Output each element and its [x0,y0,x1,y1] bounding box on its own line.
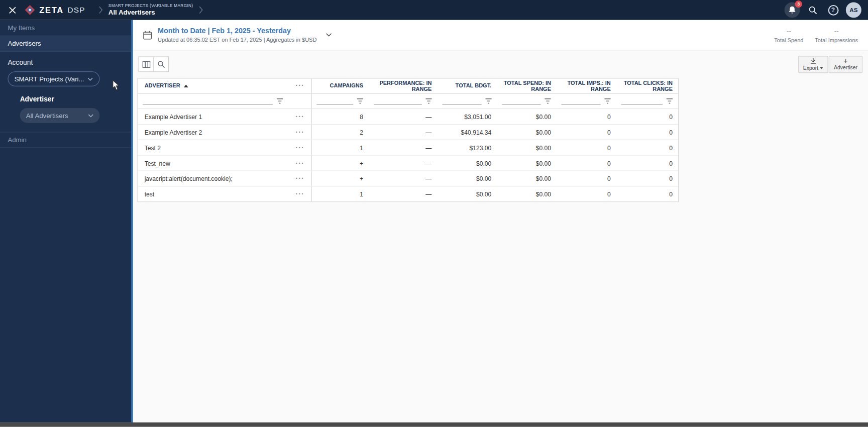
total-spend-cell: $0.00 [497,186,557,201]
breadcrumb[interactable]: SMART PROJECTS (VARIABLE MARGIN) All Adv… [108,3,193,17]
close-menu-button[interactable] [0,0,24,20]
download-icon [810,58,816,64]
total-imps-cell: 0 [557,125,616,140]
advertiser-name-cell[interactable]: Example Advertiser 1 [138,109,288,124]
total-clicks-cell: 0 [616,171,678,186]
total-imps-cell: 0 [557,186,616,201]
chevron-down-icon [88,114,93,117]
total-spend-value: -- [765,26,813,36]
total-budget-cell: $123.00 [437,140,497,155]
performance-cell: — [369,140,437,155]
advertiser-filter-input[interactable] [143,98,273,104]
advertiser-name-cell[interactable]: Test 2 [138,140,288,155]
column-header-total-clicks[interactable]: TOTAL CLICKS: IN RANGE [616,78,678,93]
filter-icon[interactable] [604,98,611,104]
table-row: Example Advertiser 1 ··· 8 — $3,051.00 $… [138,109,678,125]
chevron-right-icon[interactable] [198,6,203,14]
row-more-options[interactable]: ··· [289,171,312,186]
total-imps-cell: 0 [557,156,616,171]
advertiser-select[interactable]: All Advertisers [20,108,100,123]
filter-icon[interactable] [276,98,283,104]
filter-icon[interactable] [357,98,364,104]
sidebar-item-my-items[interactable]: My Items [0,20,131,36]
horizontal-scrollbar[interactable] [0,422,868,427]
column-header-advertiser[interactable]: ADVERTISER [138,78,288,93]
logo-text-zeta: ZETA [39,5,64,15]
row-more-options[interactable]: ··· [289,186,312,201]
zeta-dsp-logo[interactable]: ZETA DSP [24,5,92,16]
sidebar-item-admin[interactable]: Admin [0,132,131,148]
table-row: Example Advertiser 2 ··· 2 — $40,914.34 … [138,125,678,140]
bell-icon [788,5,797,15]
total-spend-cell: $0.00 [497,109,557,124]
column-header-campaigns[interactable]: CAMPAIGNS [312,78,369,93]
filter-icon[interactable] [425,98,432,104]
add-advertiser-button[interactable]: + Advertiser [829,56,862,73]
total-spend-cell: $0.00 [497,125,557,140]
export-button[interactable]: Export [798,56,828,73]
advertiser-name-cell[interactable]: javacript:alert(document.cookie); [138,171,288,186]
total-clicks-cell: 0 [616,156,678,171]
caret-down-icon [820,67,823,69]
main-content: Month to Date | Feb 1, 2025 - Yesterday … [133,20,868,422]
campaigns-cell[interactable]: 1 [312,140,369,155]
date-range-chevron-icon[interactable] [325,33,332,37]
total-budget-cell: $0.00 [437,156,497,171]
performance-cell: — [369,109,437,124]
date-range-selector[interactable]: Month to Date | Feb 1, 2025 - Yesterday … [158,26,316,43]
user-avatar[interactable]: AS [846,2,861,18]
total-budget-cell: $0.00 [437,186,497,201]
sidebar: My Items Advertisers Account SMART Proje… [0,20,133,422]
total-budget-cell: $40,914.34 [437,125,497,140]
campaigns-cell[interactable]: + [312,171,369,186]
advertiser-name-cell[interactable]: test [138,186,288,201]
metric-total-spend: -- Total Spend [765,26,813,44]
column-header-performance[interactable]: PERFORMANCE: IN RANGE [369,78,437,93]
row-more-options[interactable]: ··· [289,156,312,171]
sidebar-item-advertisers[interactable]: Advertisers [0,36,131,52]
column-header-total-budget[interactable]: TOTAL BDGT. [437,78,497,93]
total-budget-filter-input[interactable] [442,98,481,104]
total-imps-filter-input[interactable] [562,98,601,104]
logo-text-dsp: DSP [68,6,85,15]
row-more-options[interactable]: ··· [289,109,312,124]
avatar-initials: AS [846,3,861,18]
advertiser-name-cell[interactable]: Example Advertiser 2 [138,125,288,140]
column-header-actions[interactable]: ··· [289,78,312,93]
total-spend-label: Total Spend [765,36,813,44]
row-more-options[interactable]: ··· [289,140,312,155]
column-header-total-imps[interactable]: TOTAL IMPS.: IN RANGE [557,78,616,93]
account-select[interactable]: SMART Projects (Vari... [8,71,99,86]
metric-total-impressions: -- Total Impressions [813,26,860,44]
filter-icon[interactable] [485,98,492,104]
top-bar: ZETA DSP SMART PROJECTS (VARIABLE MARGIN… [0,0,868,20]
help-button[interactable]: ? [825,2,841,18]
export-label: Export [803,65,818,71]
more-options-icon: ··· [295,159,304,167]
grid-search-button[interactable] [153,56,169,72]
total-spend-filter-input[interactable] [502,98,541,104]
campaigns-cell[interactable]: + [312,156,369,171]
search-button[interactable] [805,2,820,18]
total-clicks-filter-input[interactable] [621,98,663,104]
filter-icon[interactable] [666,98,673,104]
total-budget-cell: $3,051.00 [437,109,497,124]
campaigns-filter-input[interactable] [317,98,354,104]
notifications-button[interactable]: 3 [785,2,800,18]
advertiser-name-cell[interactable]: Test_new [138,156,288,171]
campaigns-cell[interactable]: 1 [312,186,369,201]
campaigns-cell[interactable]: 2 [312,125,369,140]
help-icon: ? [828,5,838,15]
calendar-icon[interactable] [143,30,152,40]
filter-icon[interactable] [545,98,552,104]
row-more-options[interactable]: ··· [289,125,312,140]
topbar-actions: 3 ? AS [785,2,868,18]
column-chooser-button[interactable] [139,56,154,72]
total-clicks-cell: 0 [616,140,678,155]
date-range-label: Month to Date | Feb 1, 2025 - Yesterday [158,26,316,36]
campaigns-cell[interactable]: 8 [312,109,369,124]
column-header-total-spend[interactable]: TOTAL SPEND: IN RANGE [497,78,557,93]
total-impressions-label: Total Impressions [813,36,860,44]
performance-filter-input[interactable] [374,98,422,104]
total-clicks-cell: 0 [616,125,678,140]
